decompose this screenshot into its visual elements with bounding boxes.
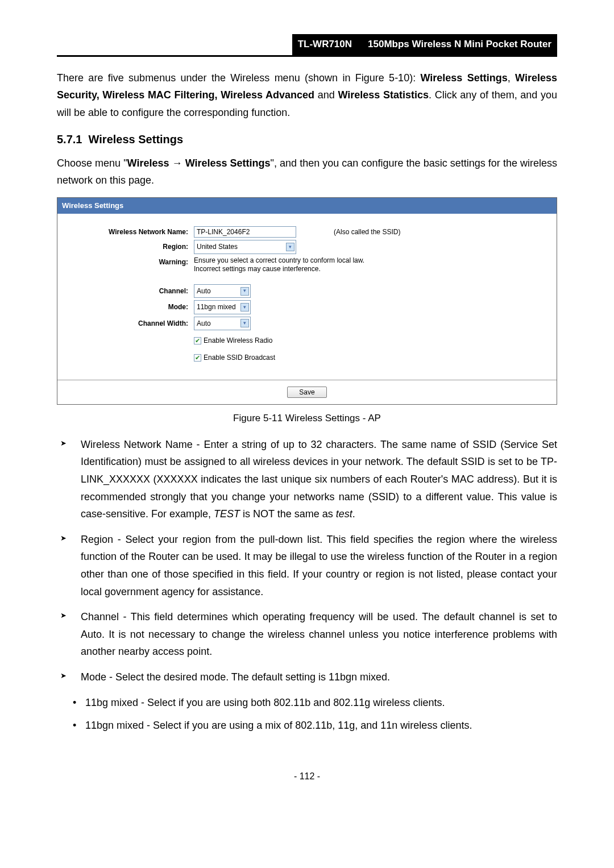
arrow-icon: → bbox=[169, 157, 185, 169]
sub-bullet-11bg-mixed: 11bg mixed - Select if you are using bot… bbox=[73, 694, 557, 712]
bullet-mode: Mode - Select the desired mode. The defa… bbox=[57, 668, 557, 686]
ssid-input[interactable] bbox=[194, 226, 296, 238]
save-button[interactable]: Save bbox=[287, 387, 326, 398]
ssid-note: (Also called the SSID) bbox=[334, 226, 400, 238]
label-mode: Mode: bbox=[69, 301, 194, 313]
channel-width-select[interactable]: Auto ▾ bbox=[194, 317, 251, 330]
figure-caption: Figure 5-11 Wireless Settings - AP bbox=[57, 410, 557, 427]
enable-ssid-broadcast-label: Enable SSID Broadcast bbox=[204, 352, 275, 363]
page-number: - 112 - bbox=[57, 769, 557, 784]
warning-line-2: Incorrect settings may cause interferenc… bbox=[194, 265, 545, 274]
region-value: United States bbox=[197, 241, 238, 252]
header-bar: TL-WR710N 150Mbps Wireless N Mini Pocket… bbox=[57, 34, 557, 57]
bold-wireless-statistics: Wireless Statistics bbox=[338, 89, 429, 101]
label-wireless-network-name: Wireless Network Name: bbox=[69, 226, 194, 238]
label-channel: Channel: bbox=[69, 285, 194, 297]
enable-wireless-radio-label: Enable Wireless Radio bbox=[204, 335, 272, 346]
bullet-wireless-network-name: Wireless Network Name - Enter a string o… bbox=[57, 436, 557, 523]
channel-width-value: Auto bbox=[197, 318, 211, 329]
warning-line-1: Ensure you select a correct country to c… bbox=[194, 256, 545, 265]
mode-select[interactable]: 11bgn mixed ▾ bbox=[194, 300, 251, 314]
chevron-down-icon: ▾ bbox=[240, 303, 249, 312]
intro-paragraph: There are five submenus under the Wirele… bbox=[57, 69, 557, 122]
mode-value: 11bgn mixed bbox=[197, 301, 236, 313]
bold-wireless-settings: Wireless Settings bbox=[421, 72, 508, 84]
product-label: 150Mbps Wireless N Mini Pocket Router bbox=[358, 34, 557, 55]
channel-value: Auto bbox=[197, 285, 211, 297]
model-label: TL-WR710N bbox=[292, 34, 358, 55]
bullet-channel: Channel - This field determines which op… bbox=[57, 608, 557, 661]
enable-ssid-broadcast-checkbox[interactable]: ✔ bbox=[194, 354, 201, 362]
bullet-region: Region - Select your region from the pul… bbox=[57, 531, 557, 600]
chevron-down-icon: ▾ bbox=[240, 319, 249, 327]
sub-bullet-11bgn-mixed: 11bgn mixed - Select if you are using a … bbox=[73, 717, 557, 734]
section-heading: 5.7.1 Wireless Settings bbox=[57, 130, 557, 149]
label-channel-width: Channel Width: bbox=[69, 318, 194, 329]
panel-title: Wireless Settings bbox=[57, 198, 557, 214]
wireless-settings-panel: Wireless Settings Wireless Network Name:… bbox=[57, 197, 557, 405]
chevron-down-icon: ▾ bbox=[286, 243, 294, 251]
channel-select[interactable]: Auto ▾ bbox=[194, 284, 251, 298]
label-warning: Warning: bbox=[69, 256, 194, 268]
region-select[interactable]: United States ▾ bbox=[194, 240, 296, 254]
enable-wireless-radio-checkbox[interactable]: ✔ bbox=[194, 337, 201, 344]
label-region: Region: bbox=[69, 241, 194, 252]
section-number: 5.7.1 bbox=[57, 133, 82, 146]
choose-menu-paragraph: Choose menu "Wireless → Wireless Setting… bbox=[57, 155, 557, 189]
chevron-down-icon: ▾ bbox=[240, 287, 249, 296]
section-title: Wireless Settings bbox=[89, 133, 184, 146]
